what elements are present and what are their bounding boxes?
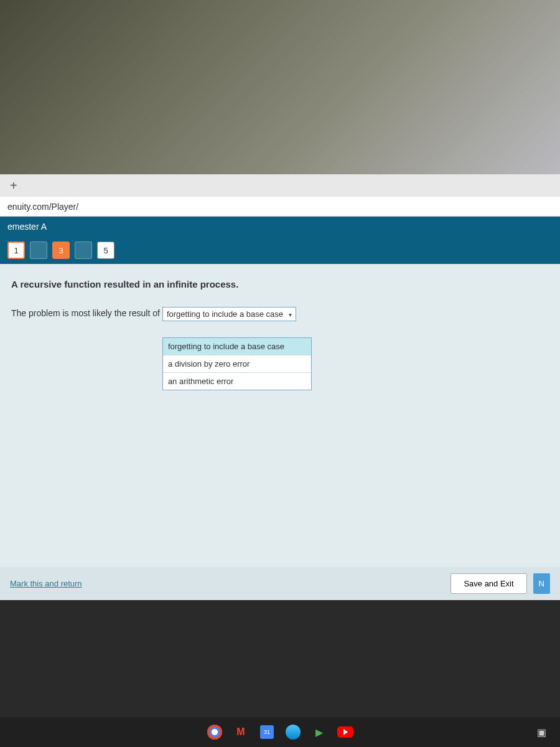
question-row: The problem is most likely the result of… xyxy=(11,307,549,321)
dropdown-option-2[interactable]: an arithmetic error xyxy=(163,373,311,390)
browser-tab-bar: + xyxy=(0,174,560,197)
system-tray-icon[interactable]: ▣ xyxy=(533,723,550,741)
files-icon[interactable] xyxy=(284,723,302,741)
new-tab-button[interactable]: + xyxy=(5,176,22,195)
question-nav-1[interactable]: 1 xyxy=(7,242,25,259)
question-nav-5[interactable]: 5 xyxy=(97,242,114,259)
action-buttons: Save and Exit N xyxy=(450,573,550,594)
question-nav: 1 3 5 xyxy=(0,237,560,264)
gmail-icon[interactable]: M xyxy=(232,723,250,741)
question-prompt: The problem is most likely the result of xyxy=(11,307,160,318)
chevron-down-icon: ▾ xyxy=(289,311,292,317)
photo-background xyxy=(0,0,560,174)
course-header: emester A xyxy=(0,217,560,237)
content-wrap: A recursive function resulted in an infi… xyxy=(0,264,560,610)
address-bar[interactable]: enuity.com/Player/ xyxy=(0,197,560,217)
question-nav-2[interactable] xyxy=(30,242,47,259)
dropdown-option-0[interactable]: forgetting to include a base case xyxy=(163,338,311,355)
youtube-icon[interactable] xyxy=(337,723,354,741)
question-nav-4[interactable] xyxy=(75,242,92,259)
dropdown-option-1[interactable]: a division by zero error xyxy=(163,355,311,373)
screen: + enuity.com/Player/ emester A 1 3 5 A r… xyxy=(0,174,560,747)
save-and-exit-button[interactable]: Save and Exit xyxy=(450,573,526,594)
chrome-icon[interactable] xyxy=(206,723,223,741)
answer-dropdown[interactable]: forgetting to include a base case ▾ xyxy=(162,307,296,321)
course-title: emester A xyxy=(7,222,47,232)
taskbar: M 31 ▶ ▣ xyxy=(0,717,560,747)
question-title: A recursive function resulted in an infi… xyxy=(11,279,549,289)
dropdown-options-list: forgetting to include a base case a divi… xyxy=(162,337,312,390)
url-text: enuity.com/Player/ xyxy=(7,202,78,212)
mark-and-return-link[interactable]: Mark this and return xyxy=(10,579,82,588)
question-nav-3[interactable]: 3 xyxy=(52,242,70,259)
answer-dropdown-wrap: forgetting to include a base case ▾ forg… xyxy=(162,307,296,321)
next-button[interactable]: N xyxy=(533,573,550,594)
question-panel: A recursive function resulted in an infi… xyxy=(0,264,560,600)
dropdown-selected-value: forgetting to include a base case xyxy=(167,309,283,319)
calendar-icon[interactable]: 31 xyxy=(258,723,276,741)
footer-bar: Mark this and return Save and Exit N xyxy=(0,567,560,600)
play-store-icon[interactable]: ▶ xyxy=(310,723,328,741)
